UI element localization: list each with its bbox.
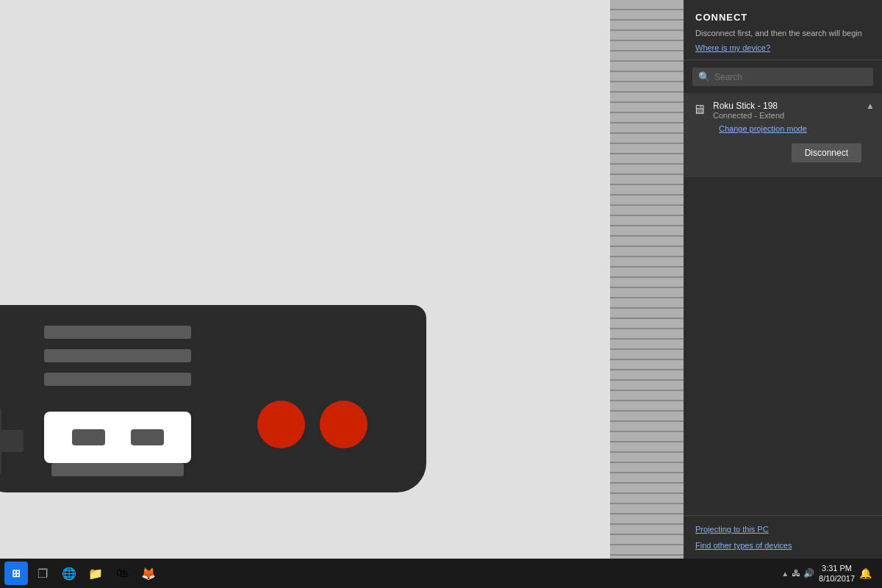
- controller-stripe-2: [44, 349, 191, 362]
- roku-info: Roku Stick - 198 Connected - Extend: [713, 101, 784, 120]
- chevron-up-icon: ▲: [866, 101, 875, 111]
- ab-buttons: [257, 401, 368, 448]
- controller-stripe-4: [51, 463, 184, 476]
- device-list: 🖥 Roku Stick - 198 Connected - Extend ▲ …: [684, 93, 882, 515]
- search-icon: 🔍: [698, 71, 710, 82]
- system-tray: ▲ 🖧 🔊: [781, 568, 814, 578]
- notification-icon[interactable]: 🔔: [859, 567, 872, 579]
- search-box: 🔍: [692, 68, 873, 86]
- dpad: [0, 408, 24, 474]
- tray-chevron-icon[interactable]: ▲: [781, 570, 789, 578]
- store-icon[interactable]: 🛍: [110, 562, 134, 585]
- connect-subtitle: Disconnect first, and then the search wi…: [695, 29, 870, 37]
- connect-header: CONNECT Disconnect first, and then the s…: [684, 0, 882, 60]
- change-projection-link[interactable]: Change projection mode: [719, 124, 807, 133]
- where-is-my-device-link[interactable]: Where is my device?: [695, 43, 770, 52]
- start-button-taskbar[interactable]: ⊞: [4, 562, 28, 585]
- task-view-icon[interactable]: ❐: [31, 562, 54, 585]
- desktop: [0, 0, 610, 559]
- a-button: [320, 401, 368, 448]
- clock-date: 8/10/2017: [819, 573, 855, 584]
- connect-title: CONNECT: [695, 12, 870, 23]
- firefox-icon[interactable]: 🦊: [137, 562, 160, 585]
- controller-stripe-1: [44, 326, 191, 339]
- roku-status: Connected - Extend: [713, 111, 784, 120]
- b-button: [257, 401, 305, 448]
- select-button: [72, 429, 105, 445]
- taskbar-right: ▲ 🖧 🔊 3:31 PM 8/10/2017 🔔: [781, 563, 878, 584]
- volume-icon[interactable]: 🔊: [803, 568, 814, 578]
- start-button: [131, 429, 164, 445]
- file-explorer-icon[interactable]: 📁: [84, 562, 107, 585]
- disconnect-button[interactable]: Disconnect: [792, 143, 861, 162]
- dpad-vertical: [0, 408, 1, 474]
- network-icon[interactable]: 🖧: [792, 568, 800, 578]
- projecting-to-pc-link[interactable]: Projecting to this PC: [695, 525, 870, 534]
- stripe-panel: [610, 0, 684, 559]
- connect-panel: CONNECT Disconnect first, and then the s…: [684, 0, 882, 559]
- roku-device-item[interactable]: 🖥 Roku Stick - 198 Connected - Extend ▲ …: [684, 93, 882, 177]
- connect-footer: Projecting to this PC Find other types o…: [684, 515, 882, 559]
- controller-stripe-3: [44, 373, 191, 386]
- search-input[interactable]: [714, 72, 867, 82]
- edge-icon[interactable]: 🌐: [57, 562, 81, 585]
- monitor-icon: 🖥: [692, 102, 706, 118]
- roku-item-header: 🖥 Roku Stick - 198 Connected - Extend ▲: [692, 101, 873, 120]
- find-other-devices-link[interactable]: Find other types of devices: [695, 541, 870, 550]
- clock[interactable]: 3:31 PM 8/10/2017: [819, 563, 855, 584]
- taskbar: ⊞ ❐ 🌐 📁 🛍 🦊 ▲ 🖧 🔊 3:31 PM 8/10/2017 🔔: [0, 559, 882, 588]
- select-start-buttons: [44, 412, 191, 463]
- dpad-horizontal: [0, 430, 24, 452]
- nes-controller: [0, 305, 426, 492]
- clock-time: 3:31 PM: [819, 563, 855, 573]
- roku-name: Roku Stick - 198: [713, 101, 784, 111]
